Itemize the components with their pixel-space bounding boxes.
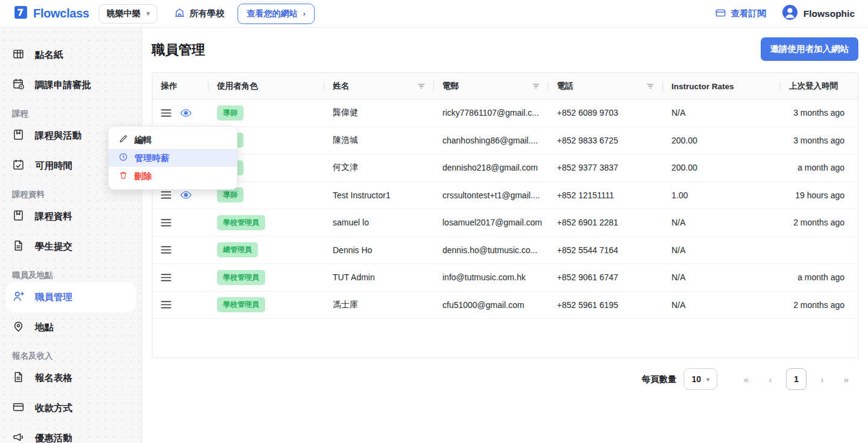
sidebar-item-label: 收款方式 xyxy=(35,402,72,415)
cell-email: dennisho218@gmail.com xyxy=(434,163,549,172)
sidebar-item-course-materials[interactable]: 課程資料 xyxy=(0,201,142,231)
app-logo[interactable]: Flowclass xyxy=(13,5,89,22)
current-page-button[interactable]: 1 xyxy=(786,368,807,390)
per-page-label: 每頁數量 xyxy=(641,374,676,385)
view-your-site-label: 查看您的網站 xyxy=(247,8,297,19)
cell-last-login: 19 hours ago xyxy=(781,190,859,200)
sidebar-item-label: 點名紙 xyxy=(35,49,63,61)
book-icon xyxy=(12,128,25,143)
cell-name: 馮士庫 xyxy=(324,300,434,310)
sidebar-item-enrollment-forms[interactable]: 報名表格 xyxy=(0,363,142,393)
view-eye-icon[interactable] xyxy=(180,190,192,200)
cell-email: losamuel2017@gmail.com xyxy=(434,218,549,227)
school-selector-dropdown[interactable]: 眺樂中樂 ▾ xyxy=(99,4,158,24)
cell-email: dennis.ho@tutmusic.co... xyxy=(434,245,549,255)
context-menu-manage-hourly-rate[interactable]: 管理時薪 xyxy=(108,149,237,167)
cell-last-login: a month ago xyxy=(781,163,859,172)
row-context-menu: 編輯 管理時薪 刪除 xyxy=(108,126,237,190)
trash-icon xyxy=(119,171,128,181)
cell-last-login: 2 months ago xyxy=(781,300,859,310)
clock-icon xyxy=(12,28,25,28)
table-row: 總管理員 Dennis Ho dennis.ho@tutmusic.co... … xyxy=(153,237,858,265)
role-badge: 導師 xyxy=(217,187,244,203)
cell-name: Test Instructor1 xyxy=(324,190,434,200)
account-name: Flowsophic xyxy=(804,8,855,19)
sidebar-item-payment-methods[interactable]: 收款方式 xyxy=(0,393,142,423)
all-schools-link[interactable]: 所有學校 xyxy=(174,7,224,20)
location-pin-icon xyxy=(12,320,25,335)
building-icon xyxy=(174,7,185,20)
sidebar-section-staff-locations: 職員及地點 xyxy=(0,270,142,281)
person-plus-icon xyxy=(12,290,25,305)
account-menu[interactable]: Flowsophic xyxy=(782,4,855,23)
invite-user-button[interactable]: 邀請使用者加入網站 xyxy=(761,37,859,61)
column-header-phone: 電話 xyxy=(549,73,663,99)
staff-table: 操作 使用者角色 姓名 電郵 電話 Instructor Rates 上次登入時… xyxy=(152,72,858,358)
main-content: 職員管理 邀請使用者加入網站 操作 使用者角色 姓名 電郵 電話 Instruc… xyxy=(142,28,868,443)
next-page-button[interactable]: › xyxy=(810,374,834,385)
row-menu-icon[interactable] xyxy=(161,190,171,200)
row-menu-icon[interactable] xyxy=(161,218,171,227)
sidebar-item-locations[interactable]: 地點 xyxy=(0,312,142,342)
document-icon xyxy=(12,239,25,254)
cell-rate: N/A xyxy=(663,272,781,282)
sidebar-item-timetable[interactable]: 課程表 xyxy=(0,28,142,35)
cell-last-login: 2 months ago xyxy=(781,218,859,227)
row-menu-icon[interactable] xyxy=(161,245,171,254)
row-menu-icon[interactable] xyxy=(161,273,171,282)
cell-phone: +852 6901 2281 xyxy=(549,218,663,227)
view-eye-icon[interactable] xyxy=(180,108,192,118)
cell-email: info@tutmusic.com.hk xyxy=(434,272,549,282)
pagination: 每頁數量 10 ▾ « ‹ 1 › » xyxy=(142,368,858,390)
chevron-down-icon: ▾ xyxy=(706,376,709,383)
cell-email: crssultontest+t1@gmail.... xyxy=(434,190,549,200)
cell-rate: 1.00 xyxy=(663,190,781,200)
column-header-email: 電郵 xyxy=(434,73,549,99)
column-header-last-login: 上次登入時間 xyxy=(781,73,859,99)
cell-rate: N/A xyxy=(663,218,781,227)
credit-card-icon xyxy=(715,7,726,20)
chevron-right-icon: › xyxy=(303,9,305,18)
role-badge: 學校管理員 xyxy=(217,270,265,285)
sidebar: 課程表 點名紙 調課申請審批 課程 課程與活動 可用時間 課程資料 課程資料 xyxy=(0,28,142,443)
row-menu-icon[interactable] xyxy=(161,108,171,118)
context-menu-delete[interactable]: 刪除 xyxy=(108,167,237,185)
sidebar-item-reschedule-approval[interactable]: 調課申請審批 xyxy=(0,70,142,100)
filter-icon[interactable] xyxy=(532,82,540,90)
view-your-site-button[interactable]: 查看您的網站 › xyxy=(237,4,314,24)
cell-phone: +852 9061 6747 xyxy=(549,272,663,282)
cell-name: Dennis Ho xyxy=(324,245,434,255)
table-row: 學校管理員 samuel lo losamuel2017@gmail.com +… xyxy=(153,209,858,237)
cell-name: 龔偉健 xyxy=(324,107,434,118)
prev-page-button[interactable]: ‹ xyxy=(758,374,782,385)
all-schools-label: 所有學校 xyxy=(189,8,224,19)
role-badge: 總管理員 xyxy=(217,242,258,257)
table-row: 導師 Test Instructor1 crssultontest+t1@gma… xyxy=(153,182,858,210)
filter-icon[interactable] xyxy=(646,82,655,90)
row-menu-icon[interactable] xyxy=(161,300,171,309)
cell-email: chanhoshing86@gmail.... xyxy=(434,136,549,145)
sidebar-item-label: 職員管理 xyxy=(35,291,72,304)
cell-email: cfu51000@gmail.com xyxy=(434,300,549,310)
sidebar-item-promotions[interactable]: 優惠活動 xyxy=(0,423,142,443)
context-menu-edit[interactable]: 編輯 xyxy=(108,131,237,149)
cell-name: samuel lo xyxy=(324,218,434,227)
sidebar-item-label: 課程資料 xyxy=(35,210,72,223)
table-row: 學校管理員 馮士庫 cfu51000@gmail.com +852 5961 6… xyxy=(153,292,858,319)
pencil-icon xyxy=(119,134,128,145)
sidebar-item-staff-management[interactable]: 職員管理 xyxy=(6,282,136,312)
view-subscription-link[interactable]: 查看訂閱 xyxy=(715,7,766,20)
view-subscription-label: 查看訂閱 xyxy=(731,8,766,19)
filter-icon[interactable] xyxy=(417,82,426,90)
per-page-select[interactable]: 10 ▾ xyxy=(684,368,717,390)
cell-last-login: 3 months ago xyxy=(781,108,859,118)
first-page-button[interactable]: « xyxy=(734,374,758,385)
sidebar-item-attendance-sheet[interactable]: 點名紙 xyxy=(0,40,142,70)
credit-card-icon xyxy=(12,401,25,416)
sidebar-item-student-submissions[interactable]: 學生提交 xyxy=(0,231,142,262)
cell-last-login: 3 months ago xyxy=(781,136,859,145)
column-header-actions: 操作 xyxy=(153,73,209,99)
school-selector-value: 眺樂中樂 xyxy=(107,8,140,19)
last-page-button[interactable]: » xyxy=(834,374,858,385)
top-header: Flowclass 眺樂中樂 ▾ 所有學校 查看您的網站 › 查看訂閱 Flow… xyxy=(0,0,868,28)
